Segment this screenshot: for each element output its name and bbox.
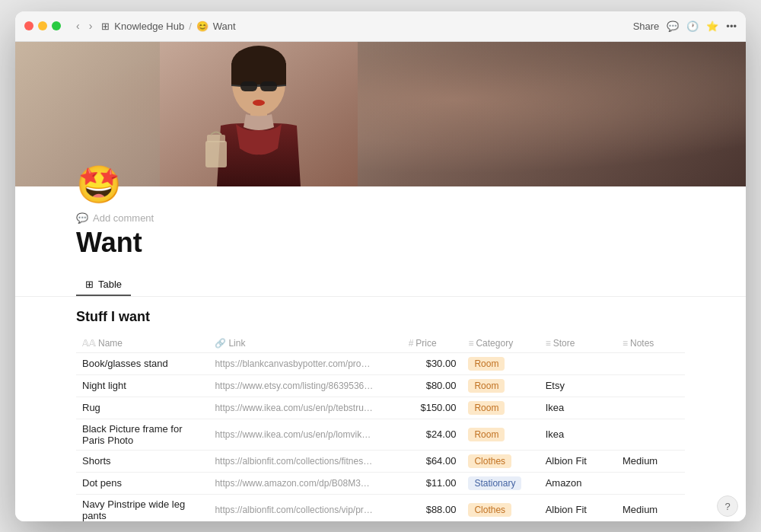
cell-notes xyxy=(616,419,685,450)
minimize-button[interactable] xyxy=(38,21,47,30)
tabs-bar: ⊞ Table xyxy=(15,274,746,297)
price-col-icon: # xyxy=(409,338,414,349)
cell-store: Amazon xyxy=(540,472,616,494)
link-text[interactable]: https://www.ikea.com/us/en/p/tebstrup-ru… xyxy=(215,403,374,413)
cell-name: Rug xyxy=(76,397,209,419)
titlebar: ‹ › ⊞ Knowledge Hub / 😊 Want Share 💬 🕐 ⭐… xyxy=(15,11,746,42)
cell-store: Ikea xyxy=(540,397,616,419)
comment-icon-btn[interactable]: 💬 xyxy=(667,21,679,32)
svg-rect-5 xyxy=(260,81,277,91)
cell-store: Albion Fit xyxy=(540,450,616,472)
breadcrumb-separator: / xyxy=(189,21,192,32)
more-button[interactable]: ••• xyxy=(726,21,737,32)
table-tab-label: Table xyxy=(98,279,122,290)
link-text[interactable]: https://www.amazon.com/dp/B08M3Q173X/ref… xyxy=(215,478,374,489)
tab-table[interactable]: ⊞ Table xyxy=(76,274,131,296)
cell-price: $150.00 xyxy=(403,397,463,419)
link-text[interactable]: https://blankcanvasbypotter.com/products… xyxy=(215,358,374,369)
cell-name: Night light xyxy=(76,374,209,397)
cell-link: https://albionfit.com/collections/fitnes… xyxy=(209,450,402,472)
close-button[interactable] xyxy=(24,21,33,30)
link-text[interactable]: https://albionfit.com/collections/fitnes… xyxy=(215,456,374,467)
cell-notes xyxy=(616,352,685,374)
cell-notes xyxy=(616,397,685,419)
cell-category: Clothes xyxy=(462,494,539,521)
table-header-row: 𝔸𝔸Name 🔗Link #Price ≡Category ≡Store xyxy=(76,334,685,353)
link-text[interactable]: https://albionfit.com/collections/vip/pr… xyxy=(215,505,374,515)
category-badge[interactable]: Stationary xyxy=(468,476,521,490)
page-title: Want xyxy=(76,227,685,259)
page-icon: 😊 xyxy=(196,21,209,32)
category-badge[interactable]: Room xyxy=(468,379,505,393)
cell-name: Book/glasses stand xyxy=(76,352,209,374)
cell-category: Room xyxy=(462,397,539,419)
col-header-store: ≡Store xyxy=(540,334,616,353)
cell-link: https://www.amazon.com/dp/B08M3Q173X/ref… xyxy=(209,472,402,494)
category-badge[interactable]: Room xyxy=(468,428,505,441)
cell-price: $30.00 xyxy=(403,352,463,374)
cell-name: Navy Pinstripe wide leg pants xyxy=(76,494,209,521)
back-button[interactable]: ‹ xyxy=(73,18,83,33)
cell-price: $24.00 xyxy=(403,419,463,450)
name-col-icon: 𝔸𝔸 xyxy=(82,338,96,349)
col-header-notes: ≡Notes xyxy=(616,334,685,353)
breadcrumb: ⊞ Knowledge Hub / 😊 Want xyxy=(101,21,626,32)
col-header-category: ≡Category xyxy=(462,334,539,353)
cell-price: $64.00 xyxy=(403,450,463,472)
table-row: Black Picture frame for Paris Photo http… xyxy=(76,419,685,450)
cell-link: https://blankcanvasbypotter.com/products… xyxy=(209,352,402,374)
svg-rect-6 xyxy=(257,84,260,87)
category-badge[interactable]: Room xyxy=(468,401,505,415)
table-row: Rug https://www.ikea.com/us/en/p/tebstru… xyxy=(76,397,685,419)
cell-name: Shorts xyxy=(76,450,209,472)
cell-price: $88.00 xyxy=(403,494,463,521)
cell-notes: Medium xyxy=(616,450,685,472)
cell-category: Clothes xyxy=(462,450,539,472)
svg-line-8 xyxy=(277,85,286,86)
breadcrumb-item-1[interactable]: Knowledge Hub xyxy=(114,21,184,32)
cell-category: Room xyxy=(462,419,539,450)
svg-line-7 xyxy=(231,85,240,86)
col-header-name: 𝔸𝔸Name xyxy=(76,334,209,353)
breadcrumb-item-2[interactable]: Want xyxy=(213,21,236,32)
forward-button[interactable]: › xyxy=(86,18,96,33)
table-row: Night light https://www.etsy.com/listing… xyxy=(76,374,685,397)
category-badge[interactable]: Clothes xyxy=(468,454,511,468)
add-comment-button[interactable]: 💬 Add comment xyxy=(76,212,685,224)
svg-rect-12 xyxy=(207,135,225,142)
category-col-icon: ≡ xyxy=(468,338,473,349)
cell-name: Dot pens xyxy=(76,472,209,494)
link-text[interactable]: https://www.etsy.com/listing/863953619/s… xyxy=(215,381,374,391)
cell-link: https://www.ikea.com/us/en/p/lomviken-fr… xyxy=(209,419,402,450)
table-row: Shorts https://albionfit.com/collections… xyxy=(76,450,685,472)
svg-rect-4 xyxy=(240,81,257,91)
share-button[interactable]: Share xyxy=(633,21,660,32)
cell-price: $80.00 xyxy=(403,374,463,397)
cell-store xyxy=(540,352,616,374)
cell-category: Room xyxy=(462,374,539,397)
category-badge[interactable]: Room xyxy=(468,357,505,371)
svg-point-9 xyxy=(253,100,265,106)
traffic-lights xyxy=(24,21,61,30)
table-title: Stuff I want xyxy=(76,309,685,325)
link-text[interactable]: https://www.ikea.com/us/en/p/lomviken-fr… xyxy=(215,429,374,440)
add-comment-label: Add comment xyxy=(93,212,154,224)
cell-store: Albion Fit xyxy=(540,494,616,521)
link-col-icon: 🔗 xyxy=(215,338,226,349)
clock-icon-btn[interactable]: 🕐 xyxy=(686,21,699,32)
cell-name: Black Picture frame for Paris Photo xyxy=(76,419,209,450)
fullscreen-button[interactable] xyxy=(52,21,61,30)
category-badge[interactable]: Clothes xyxy=(468,503,511,517)
help-button[interactable]: ? xyxy=(717,495,738,517)
notes-col-icon: ≡ xyxy=(622,338,628,349)
page-content: 🤩 💬 Add comment Want ⊞ Table Stuff I wan… xyxy=(15,42,746,521)
svg-rect-3 xyxy=(231,63,286,86)
table-row: Navy Pinstripe wide leg pants https://al… xyxy=(76,494,685,521)
cell-link: https://www.ikea.com/us/en/p/tebstrup-ru… xyxy=(209,397,402,419)
cell-price: $11.00 xyxy=(403,472,463,494)
star-icon-btn[interactable]: ⭐ xyxy=(706,21,718,32)
comment-icon: 💬 xyxy=(76,212,88,224)
col-header-price: #Price xyxy=(403,334,463,353)
cell-notes xyxy=(616,472,685,494)
table-body: Book/glasses stand https://blankcanvasby… xyxy=(76,352,685,521)
